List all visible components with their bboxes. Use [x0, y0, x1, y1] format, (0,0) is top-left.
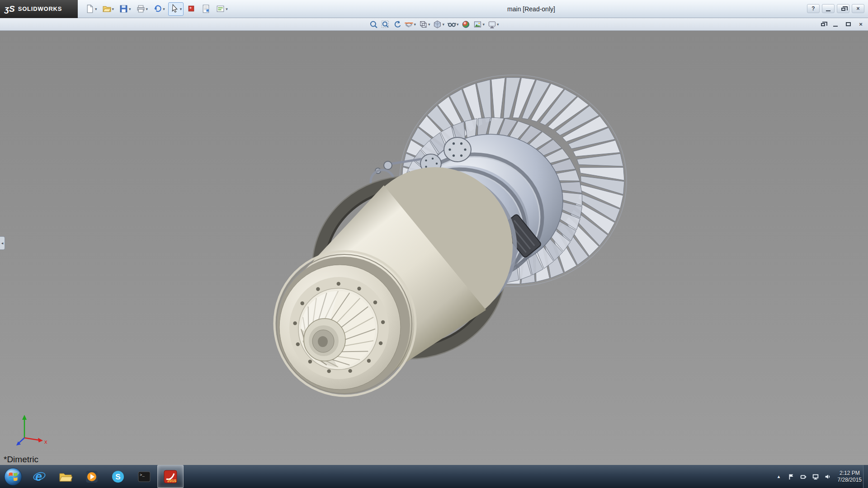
display-icon[interactable] [811, 473, 820, 481]
hide-show-items-icon [447, 20, 456, 29]
start-button[interactable] [0, 465, 26, 488]
section-view-button[interactable]: ▾ [403, 19, 417, 30]
folder-icon [58, 469, 73, 484]
windows-start-orb-icon [4, 467, 23, 486]
titlebar: ʒS SOLIDWORKS ▾ ▾ ▾ ▾ [0, 0, 868, 18]
dropdown-caret-icon[interactable]: ▾ [180, 7, 182, 11]
dropdown-caret-icon[interactable]: ▾ [497, 22, 499, 27]
dropdown-caret-icon[interactable]: ▾ [226, 7, 228, 11]
reference-triad[interactable]: x [10, 412, 60, 449]
dropdown-caret-icon[interactable]: ▾ [163, 7, 165, 11]
undo-button[interactable]: ▾ [151, 2, 167, 16]
dropdown-caret-icon[interactable]: ▾ [112, 7, 114, 11]
volume-icon[interactable] [824, 473, 832, 481]
dropdown-caret-icon[interactable]: ▾ [428, 22, 430, 27]
file-properties-icon [201, 4, 211, 14]
taskbar-item-command-prompt[interactable]: >_ [131, 465, 157, 488]
doc-maximize-button[interactable] [844, 20, 853, 28]
doc-minimize-icon [833, 26, 838, 27]
zoom-to-fit-icon [369, 20, 378, 29]
taskbar-item-file-explorer[interactable] [52, 465, 79, 488]
graphics-area[interactable]: ◂ x *Dimetric [0, 31, 868, 465]
feature-manager-collapse-tab[interactable]: ◂ [0, 236, 5, 250]
dropdown-caret-icon[interactable]: ▾ [442, 22, 444, 27]
command-prompt-icon: >_ [137, 469, 151, 484]
solidworks-logo-icon: ʒS [5, 4, 15, 14]
edit-appearance-button[interactable] [461, 19, 472, 30]
view-settings-icon [487, 20, 496, 29]
dropdown-caret-icon[interactable]: ▾ [457, 22, 459, 27]
dropdown-caret-icon[interactable]: ▾ [483, 22, 485, 27]
zoom-to-fit-button[interactable] [368, 19, 379, 30]
view-orientation-label: *Dimetric [4, 455, 38, 465]
previous-view-icon [392, 20, 401, 29]
options-button[interactable]: ▾ [214, 2, 230, 16]
zoom-to-area-icon [381, 20, 390, 29]
triad-y-axis [22, 415, 27, 420]
zoom-to-area-button[interactable] [380, 19, 391, 30]
window-controls: ? × [807, 4, 864, 13]
view-orientation-icon [419, 20, 428, 29]
view-settings-button[interactable]: ▾ [486, 19, 500, 30]
clock[interactable]: 2:12 PM 7/28/2015 [838, 470, 862, 483]
doc-close-button[interactable]: × [856, 20, 865, 28]
dropdown-caret-icon[interactable]: ▾ [95, 7, 97, 11]
dropdown-caret-icon[interactable]: ▾ [146, 7, 148, 11]
close-button[interactable]: × [852, 4, 864, 13]
system-tray: ▴ 2:12 PM [775, 465, 862, 488]
document-window-controls: × [818, 20, 865, 28]
apply-scene-button[interactable]: ▾ [472, 19, 486, 30]
file-properties-button[interactable] [199, 2, 212, 16]
restore-icon [841, 8, 845, 11]
dropdown-caret-icon[interactable]: ▾ [414, 22, 416, 27]
previous-view-button[interactable] [392, 19, 402, 30]
svg-text:2015: 2015 [167, 479, 176, 483]
display-style-icon [433, 20, 442, 29]
print-button[interactable]: ▾ [134, 2, 150, 16]
new-document-button[interactable]: ▾ [83, 2, 99, 16]
media-player-icon [85, 469, 99, 484]
svg-text:e: e [35, 470, 42, 483]
taskbar-item-skype[interactable]: S [105, 465, 131, 488]
view-orientation-button[interactable]: ▾ [418, 19, 431, 30]
heads-up-view-toolbar: ▾ ▾ ▾ ▾ [0, 18, 868, 31]
doc-restore-icon [821, 23, 825, 26]
standard-toolbar: ▾ ▾ ▾ ▾ ▾ [78, 2, 230, 16]
nozzle-hub [304, 319, 345, 361]
dropdown-caret-icon[interactable]: ▾ [129, 7, 131, 11]
solidworks-taskbar-icon: 2015 [163, 469, 178, 484]
appearance-icon [187, 4, 196, 14]
power-plug-icon[interactable] [799, 473, 807, 481]
triad-x-label: x [44, 438, 47, 445]
show-desktop-button[interactable] [863, 465, 868, 488]
nozzle-face [277, 257, 410, 393]
hide-show-items-button[interactable]: ▾ [446, 19, 460, 30]
open-button[interactable]: ▾ [100, 2, 116, 16]
tray-expand-icon[interactable]: ▴ [775, 473, 783, 481]
minimize-button[interactable] [822, 4, 835, 13]
taskbar-item-internet-explorer[interactable]: e [26, 465, 52, 488]
save-icon [119, 4, 128, 14]
triad-x-axis [38, 438, 43, 442]
help-button[interactable]: ? [807, 4, 820, 13]
display-style-button[interactable]: ▾ [432, 19, 445, 30]
save-button[interactable]: ▾ [117, 2, 133, 16]
skype-icon: S [111, 469, 125, 484]
select-cursor-icon [170, 4, 179, 14]
print-icon [136, 4, 146, 14]
3d-model-jet-engine[interactable] [0, 31, 868, 465]
doc-minimize-button[interactable] [831, 20, 840, 28]
clock-date: 7/28/2015 [838, 477, 862, 483]
appearance-button[interactable] [185, 2, 198, 16]
select-button[interactable]: ▾ [168, 2, 184, 16]
restore-button[interactable] [837, 4, 849, 13]
solidworks-logo: ʒS SOLIDWORKS [0, 0, 78, 18]
taskbar-item-solidworks[interactable]: 2015 [157, 465, 184, 488]
taskbar-item-media-player[interactable] [79, 465, 105, 488]
action-center-flag-icon[interactable] [787, 473, 795, 481]
minimize-icon [826, 10, 830, 11]
doc-restore-button[interactable] [818, 20, 827, 28]
svg-text:>_: >_ [140, 473, 145, 478]
taskbar: e S >_ [0, 465, 868, 488]
internet-explorer-icon: e [32, 469, 47, 484]
